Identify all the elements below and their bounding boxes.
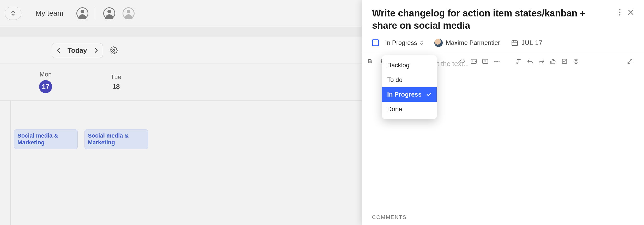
next-button[interactable]	[90, 44, 103, 56]
comments-section-label: COMMENTS	[372, 214, 407, 220]
divider	[96, 8, 96, 19]
collapse-toggle[interactable]	[5, 7, 21, 20]
date-nav-group: Today	[52, 43, 103, 58]
task-title[interactable]: Write changelog for action item states/k…	[372, 7, 613, 32]
svg-point-0	[113, 49, 115, 51]
task-detail-panel: Write changelog for action item states/k…	[362, 0, 644, 225]
more-menu-icon[interactable]	[619, 9, 621, 16]
avatar[interactable]	[76, 7, 88, 19]
avatar[interactable]	[103, 7, 115, 19]
team-label: My team	[35, 9, 63, 17]
day-date[interactable]: 17	[39, 80, 52, 93]
status-option-backlog[interactable]: Backlog	[382, 58, 437, 73]
check-icon	[426, 92, 432, 97]
assignee-chip[interactable]: Maxime Parmentier	[434, 39, 500, 47]
editor-placeholder: t the text...	[437, 60, 469, 68]
avatar	[434, 39, 443, 47]
day-label: Tue	[111, 73, 121, 81]
status-current-label: In Progress	[385, 39, 417, 46]
status-option-done[interactable]: Done	[382, 102, 437, 116]
calendar-event[interactable]: Social media & Marketing	[14, 129, 78, 149]
status-dropdown: Backlog To do In Progress Done	[382, 55, 437, 119]
calendar-icon	[511, 39, 518, 46]
calendar-event[interactable]: Social media & Marketing	[84, 129, 148, 149]
svg-point-1	[619, 9, 620, 10]
prev-button[interactable]	[52, 44, 65, 56]
due-date-label: JUL 17	[521, 39, 543, 46]
status-option-inprogress[interactable]: In Progress	[382, 87, 437, 102]
task-meta-row: In Progress Maxime Parmentier JUL 17	[362, 32, 644, 54]
gear-icon[interactable]	[110, 46, 118, 54]
avatar[interactable]	[123, 7, 135, 19]
close-icon[interactable]	[628, 9, 634, 15]
today-button[interactable]: Today	[65, 43, 90, 58]
day-label: Mon	[40, 71, 52, 78]
svg-rect-6	[512, 40, 517, 45]
day-date[interactable]: 18	[112, 83, 120, 91]
due-date-chip[interactable]: JUL 17	[511, 39, 543, 46]
assignee-name: Maxime Parmentier	[446, 39, 500, 46]
complete-checkbox[interactable]	[372, 39, 379, 46]
svg-point-2	[619, 11, 620, 13]
svg-point-3	[619, 14, 620, 15]
status-dropdown-trigger[interactable]: In Progress	[385, 39, 423, 46]
chevron-updown-icon	[420, 40, 423, 45]
status-option-todo[interactable]: To do	[382, 73, 437, 87]
